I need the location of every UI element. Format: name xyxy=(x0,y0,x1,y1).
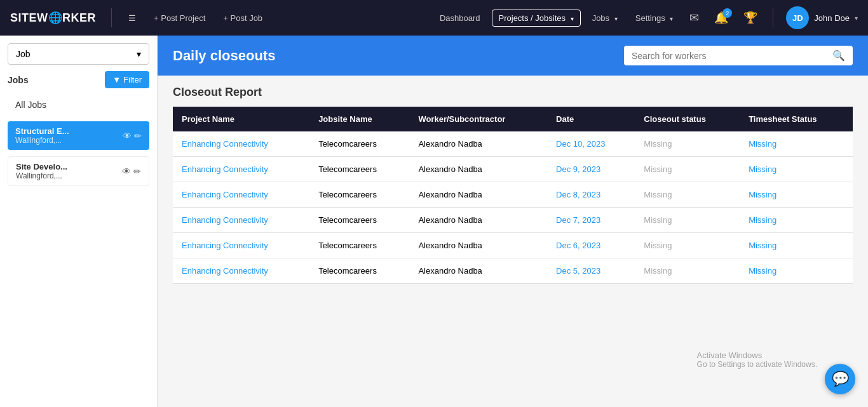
cell-timesheet-status: Missing xyxy=(740,258,853,284)
cell-jobsite: Telecomcareers xyxy=(309,208,409,233)
job-title: Structural E... xyxy=(15,126,123,136)
view-job-icon[interactable]: 👁 xyxy=(123,131,132,141)
cell-worker: Alexandro Nadba xyxy=(409,131,547,157)
cell-date: Dec 7, 2023 xyxy=(547,208,635,233)
jobs-section-header: Jobs ▼ Filter xyxy=(8,71,149,88)
project-link[interactable]: Enhancing Connectivity xyxy=(182,215,268,225)
content-area: Closeout Report Project Name Jobsite Nam… xyxy=(158,76,868,407)
table-row: Enhancing Connectivity Telecomcareers Al… xyxy=(173,208,853,233)
closeout-report-title: Closeout Report xyxy=(173,86,853,99)
col-timesheet-status: Timesheet Status xyxy=(740,107,853,131)
notification-bell-button[interactable]: 🔔 2 xyxy=(709,8,733,27)
cell-timesheet-status: Missing xyxy=(740,131,853,157)
cell-timesheet-status: Missing xyxy=(740,208,853,233)
projects-jobsites-nav[interactable]: Projects / Jobsites ▾ xyxy=(492,10,581,27)
job-title: Site Develo... xyxy=(16,162,122,171)
cell-worker: Alexandro Nadba xyxy=(409,157,547,182)
cell-closeout-status: Missing xyxy=(635,208,740,233)
cell-closeout-status: Missing xyxy=(635,233,740,258)
cell-timesheet-status: Missing xyxy=(740,233,853,258)
project-link[interactable]: Enhancing Connectivity xyxy=(182,164,268,174)
logo: SITEW🌐RKER xyxy=(10,11,96,25)
trophy-icon-button[interactable]: 🏆 xyxy=(738,8,763,27)
project-link[interactable]: Enhancing Connectivity xyxy=(182,139,268,149)
job-subtitle: Wallingford,... xyxy=(16,171,122,180)
project-link[interactable]: Enhancing Connectivity xyxy=(182,266,268,276)
notification-badge: 2 xyxy=(722,8,732,18)
cell-closeout-status: Missing xyxy=(635,182,740,208)
project-link[interactable]: Enhancing Connectivity xyxy=(182,190,268,199)
post-job-button[interactable]: + Post Job xyxy=(217,10,269,27)
edit-job-icon[interactable]: ✏ xyxy=(134,131,142,141)
user-avatar-button[interactable]: JD xyxy=(786,6,809,29)
cell-closeout-status: Missing xyxy=(635,157,740,182)
table-row: Enhancing Connectivity Telecomcareers Al… xyxy=(173,157,853,182)
chat-button[interactable]: 💬 xyxy=(825,364,855,394)
cell-project: Enhancing Connectivity xyxy=(173,131,309,157)
cell-date: Dec 9, 2023 xyxy=(547,157,635,182)
search-box: 🔍 xyxy=(624,46,853,65)
table-row: Enhancing Connectivity Telecomcareers Al… xyxy=(173,182,853,208)
job-item-site-develo[interactable]: Site Develo... Wallingford,... 👁 ✏ xyxy=(8,156,149,186)
cell-date: Dec 8, 2023 xyxy=(547,182,635,208)
cell-project: Enhancing Connectivity xyxy=(173,208,309,233)
main-content: Daily closeouts 🔍 Closeout Report Projec… xyxy=(158,36,868,407)
col-closeout-status: Closeout status xyxy=(635,107,740,131)
filter-button[interactable]: ▼ Filter xyxy=(105,71,149,88)
settings-nav[interactable]: Settings ▾ xyxy=(629,10,680,27)
cell-closeout-status: Missing xyxy=(635,131,740,157)
hamburger-menu[interactable]: ☰ xyxy=(122,10,142,27)
jobs-nav[interactable]: Jobs ▾ xyxy=(586,10,624,27)
search-icon[interactable]: 🔍 xyxy=(832,50,845,62)
table-header: Project Name Jobsite Name Worker/Subcont… xyxy=(173,107,853,131)
cell-project: Enhancing Connectivity xyxy=(173,157,309,182)
chevron-down-icon: ▾ xyxy=(670,15,673,22)
dashboard-nav[interactable]: Dashboard xyxy=(433,10,487,27)
cell-jobsite: Telecomcareers xyxy=(309,233,409,258)
nav-divider-2 xyxy=(773,8,773,27)
post-project-button[interactable]: + Post Project xyxy=(147,10,212,27)
cell-timesheet-status: Missing xyxy=(740,157,853,182)
chevron-down-icon: ▾ xyxy=(137,49,141,59)
user-dropdown-arrow[interactable]: ▾ xyxy=(855,15,858,22)
cell-jobsite: Telecomcareers xyxy=(309,131,409,157)
cell-worker: Alexandro Nadba xyxy=(409,258,547,284)
table-body: Enhancing Connectivity Telecomcareers Al… xyxy=(173,131,853,284)
project-link[interactable]: Enhancing Connectivity xyxy=(182,241,268,250)
col-jobsite-name: Jobsite Name xyxy=(309,107,409,131)
cell-worker: Alexandro Nadba xyxy=(409,233,547,258)
main-layout: Job ▾ Jobs ▼ Filter All Jobs Structural … xyxy=(0,36,868,407)
cell-timesheet-status: Missing xyxy=(740,182,853,208)
sidebar: Job ▾ Jobs ▼ Filter All Jobs Structural … xyxy=(0,36,158,407)
top-navigation: SITEW🌐RKER ☰ + Post Project + Post Job D… xyxy=(0,0,868,36)
cell-date: Dec 6, 2023 xyxy=(547,233,635,258)
cell-date: Dec 10, 2023 xyxy=(547,131,635,157)
cell-project: Enhancing Connectivity xyxy=(173,182,309,208)
jobs-section-title: Jobs xyxy=(8,75,29,85)
user-name-label[interactable]: John Doe xyxy=(814,13,850,23)
cell-project: Enhancing Connectivity xyxy=(173,233,309,258)
view-job-icon[interactable]: 👁 xyxy=(122,166,131,177)
cell-jobsite: Telecomcareers xyxy=(309,157,409,182)
job-subtitle: Wallingford,... xyxy=(15,136,123,145)
job-item-structural[interactable]: Structural E... Wallingford,... 👁 ✏ xyxy=(8,121,149,150)
edit-job-icon[interactable]: ✏ xyxy=(133,166,141,177)
nav-divider xyxy=(111,8,112,27)
all-jobs-item[interactable]: All Jobs xyxy=(8,95,149,115)
page-title: Daily closeouts xyxy=(173,48,275,64)
chevron-down-icon: ▾ xyxy=(614,15,618,22)
closeout-report-table: Project Name Jobsite Name Worker/Subcont… xyxy=(173,107,853,284)
col-worker: Worker/Subcontractor xyxy=(409,107,547,131)
job-type-dropdown[interactable]: Job ▾ xyxy=(8,43,149,65)
mail-icon-button[interactable]: ✉ xyxy=(684,8,704,27)
table-row: Enhancing Connectivity Telecomcareers Al… xyxy=(173,233,853,258)
cell-jobsite: Telecomcareers xyxy=(309,182,409,208)
cell-closeout-status: Missing xyxy=(635,258,740,284)
cell-worker: Alexandro Nadba xyxy=(409,182,547,208)
chevron-down-icon: ▾ xyxy=(571,15,574,22)
cell-jobsite: Telecomcareers xyxy=(309,258,409,284)
cell-worker: Alexandro Nadba xyxy=(409,208,547,233)
table-row: Enhancing Connectivity Telecomcareers Al… xyxy=(173,131,853,157)
search-input[interactable] xyxy=(632,51,827,61)
cell-date: Dec 5, 2023 xyxy=(547,258,635,284)
